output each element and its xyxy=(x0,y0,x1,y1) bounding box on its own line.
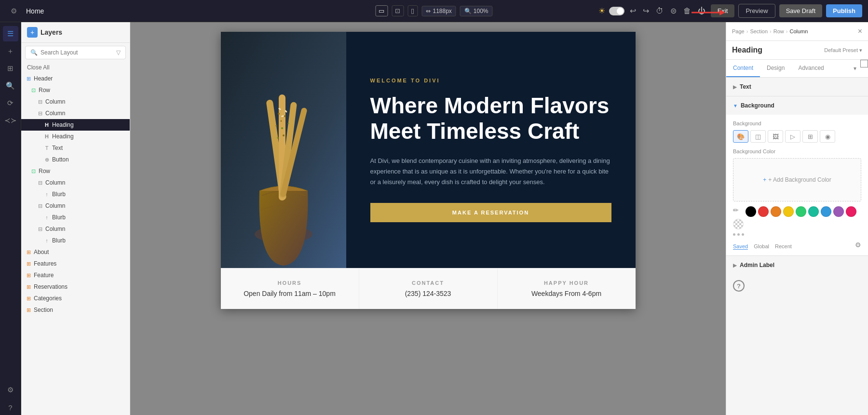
layout-settings-icon[interactable]: ⊜ xyxy=(669,5,678,17)
page-title: Home xyxy=(26,7,44,15)
undo-icon[interactable]: ↩ xyxy=(628,5,637,17)
layer-about-label: About xyxy=(34,249,126,255)
history-side-icon[interactable]: ⟳ xyxy=(3,95,18,111)
settings-gear-icon[interactable]: ⚙ xyxy=(6,3,21,19)
layer-header[interactable]: ⊞ Header xyxy=(21,73,130,84)
swatch-pink[interactable] xyxy=(846,206,856,217)
bg-video-type[interactable]: ▷ xyxy=(785,130,800,143)
swatch-yellow[interactable] xyxy=(783,206,794,217)
theme-toggle[interactable] xyxy=(609,7,624,15)
tab-design[interactable]: Design xyxy=(760,60,791,77)
layer-column-1[interactable]: ⊟ Column xyxy=(21,96,130,107)
panel-tabs: Content Design Advanced ▾ xyxy=(726,60,868,78)
bg-mask-type[interactable]: ◉ xyxy=(820,130,835,143)
layer-reservations[interactable]: ⊞ Reservations xyxy=(21,281,130,293)
layer-heading-2[interactable]: H Heading xyxy=(21,131,130,142)
contact-col: CONTACT (235) 124-3523 xyxy=(359,268,498,309)
swatch-black[interactable] xyxy=(746,206,756,217)
bg-pattern-type[interactable]: ⊞ xyxy=(802,130,818,143)
layer-section[interactable]: ⊞ Section xyxy=(21,304,130,316)
delete-icon[interactable]: 🗑 xyxy=(682,5,692,17)
breadcrumb-page[interactable]: Page xyxy=(732,28,745,34)
text-section: ▶ Text xyxy=(726,78,868,96)
swatch-orange[interactable] xyxy=(771,206,781,217)
preview-button[interactable]: Preview xyxy=(738,4,775,18)
help-side-icon[interactable]: ? xyxy=(3,400,18,415)
redo-icon[interactable]: ↪ xyxy=(641,5,651,17)
swatch-blue[interactable] xyxy=(821,206,831,217)
canvas[interactable]: WELCOME TO DIVI Where Modern Flavors Mee… xyxy=(130,22,726,415)
layer-blurb-3[interactable]: ↑ Blurb xyxy=(21,235,130,246)
breadcrumb-section[interactable]: Section xyxy=(750,28,768,34)
layer-row-2[interactable]: ⊡ Row xyxy=(21,165,130,177)
filter-icon[interactable]: ▽ xyxy=(116,49,121,56)
breadcrumb-row[interactable]: Row xyxy=(773,28,784,34)
right-panel: Page › Section › Row › Column × Heading … xyxy=(726,22,868,415)
layer-column-2[interactable]: ⊟ Column xyxy=(21,107,130,119)
bg-image-type[interactable]: 🖼 xyxy=(768,130,783,143)
layer-features[interactable]: ⊞ Features xyxy=(21,258,130,269)
panel-tab-square[interactable] xyxy=(860,60,868,67)
global-tab[interactable]: Global xyxy=(754,243,769,250)
swatch-teal[interactable] xyxy=(808,206,819,217)
history-icon[interactable]: ⏱ xyxy=(654,5,665,17)
add-background-color-area[interactable]: + + Add Background Color xyxy=(733,158,861,201)
layer-col-5-label: Column xyxy=(45,226,126,232)
happy-hour-col: HAPPY HOUR Weekdays From 4-6pm xyxy=(498,268,636,309)
color-pagination-dots xyxy=(733,233,744,236)
layer-column-3[interactable]: ⊟ Column xyxy=(21,177,130,188)
layer-column-4[interactable]: ⊟ Column xyxy=(21,200,130,212)
swatch-transparent[interactable] xyxy=(733,219,744,229)
features-icon: ⊞ xyxy=(25,261,32,267)
admin-label-section[interactable]: ▶ Admin Label xyxy=(726,256,868,274)
row-2-icon: ⊡ xyxy=(30,168,37,174)
svg-point-9 xyxy=(280,120,282,122)
code-icon[interactable]: ≺≻ xyxy=(3,113,18,128)
wireframe-icon[interactable]: ⊞ xyxy=(3,61,18,76)
cta-button[interactable]: MAKE A RESERVATION xyxy=(370,203,611,222)
search-layout-input[interactable] xyxy=(41,49,113,56)
layer-blurb-1[interactable]: ↑ Blurb xyxy=(21,188,130,200)
swatch-red[interactable] xyxy=(758,206,769,217)
preset-selector[interactable]: Default Preset ▾ xyxy=(824,47,862,54)
layer-about[interactable]: ⊞ About xyxy=(21,246,130,258)
recent-tab[interactable]: Recent xyxy=(775,243,792,250)
svg-point-11 xyxy=(275,125,277,127)
desktop-view-button[interactable]: ▭ xyxy=(375,5,388,16)
layer-row-1[interactable]: ⊡ Row xyxy=(21,84,130,96)
background-section-header[interactable]: ▼ Background xyxy=(726,96,868,115)
text-section-header[interactable]: ▶ Text xyxy=(726,78,868,96)
tab-advanced[interactable]: Advanced xyxy=(791,60,830,77)
layer-button[interactable]: ⊕ Button xyxy=(21,154,130,165)
close-all-button[interactable]: Close All xyxy=(21,62,130,73)
add-layer-button[interactable]: + xyxy=(27,27,38,38)
layers-list: ⊞ Header ⊡ Row ⊟ Column ⊟ Column H Headi… xyxy=(21,73,130,415)
tab-content[interactable]: Content xyxy=(726,60,760,77)
bg-gradient-type[interactable]: ◫ xyxy=(750,130,766,143)
layers-icon-button[interactable]: ☰ xyxy=(3,26,18,41)
layer-feature[interactable]: ⊞ Feature xyxy=(21,269,130,281)
swatch-purple[interactable] xyxy=(833,206,844,217)
search-icon[interactable]: 🔍 xyxy=(3,78,18,94)
pencil-edit-icon[interactable]: ✏ xyxy=(733,206,744,217)
layer-blurb-2[interactable]: ↑ Blurb xyxy=(21,212,130,223)
help-icon[interactable]: ? xyxy=(733,280,745,292)
mobile-view-button[interactable]: ▯ xyxy=(407,5,418,16)
saved-tab[interactable]: Saved xyxy=(733,243,748,250)
swatch-green[interactable] xyxy=(796,206,806,217)
breadcrumb-current: Column xyxy=(789,28,808,34)
color-settings-icon[interactable]: ⚙ xyxy=(855,241,861,249)
layer-text[interactable]: T Text xyxy=(21,142,130,154)
layer-categories[interactable]: ⊞ Categories xyxy=(21,293,130,304)
add-element-icon[interactable]: ＋ xyxy=(3,43,18,59)
save-draft-button[interactable]: Save Draft xyxy=(779,4,822,17)
publish-button[interactable]: Publish xyxy=(826,4,862,17)
layer-heading-selected[interactable]: H Heading xyxy=(21,119,130,131)
close-panel-button[interactable]: × xyxy=(858,27,862,36)
tablet-view-button[interactable]: ⊡ xyxy=(392,5,404,16)
settings-icon[interactable]: ⚙ xyxy=(3,382,18,398)
bg-color-type[interactable]: 🎨 xyxy=(733,130,748,143)
admin-label-text: Admin Label xyxy=(740,262,774,268)
tab-more-arrow[interactable]: ▾ xyxy=(854,60,860,77)
layer-column-5[interactable]: ⊟ Column xyxy=(21,223,130,235)
